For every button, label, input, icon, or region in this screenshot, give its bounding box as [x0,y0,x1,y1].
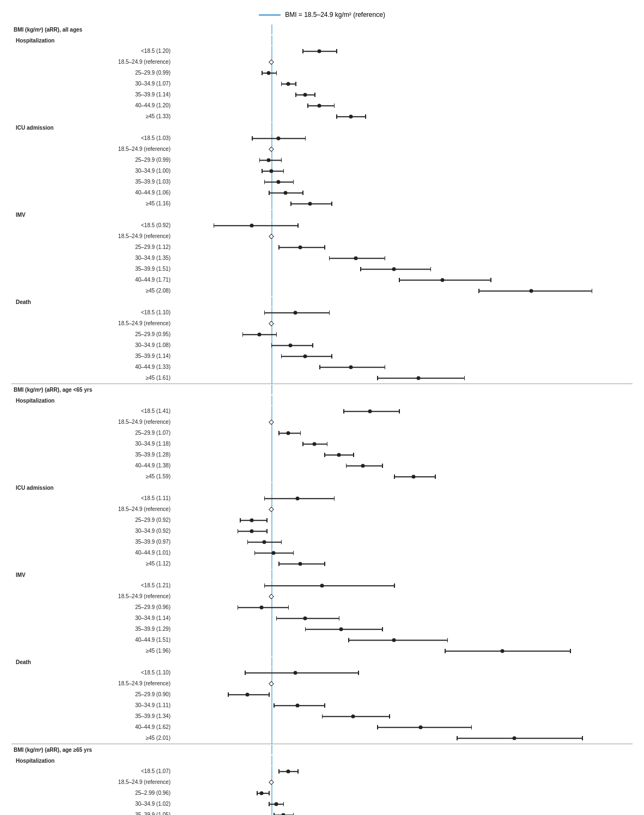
ci-tick-left [271,343,272,348]
point-estimate [274,802,278,806]
data-row: 25–29.9 (0.99) [11,68,633,78]
point-estimate [289,344,293,348]
row-plot [175,646,633,656]
data-row: 18.5–24.9 (reference) [11,144,633,155]
subsection-header-label: IMV [11,211,175,219]
ci-line [478,290,592,291]
ci-tick-right [334,496,335,501]
point-estimate [250,519,254,522]
row-label: 40–44.9 (1.62) [11,724,175,731]
ci-tick-left [399,278,400,282]
ci-tick-left [445,649,446,653]
section-header-row: BMI (kg/m²) (aRR), age <65 yrs [11,384,633,395]
ci-line [245,672,358,673]
legend: BMI = 18.5–24.9 kg/m² (reference) [11,11,633,19]
data-row: <18.5 (0.92) [11,220,633,231]
reference-marker [269,507,274,512]
point-estimate [303,355,307,358]
row-label: 35–39.9 (1.28) [11,452,175,458]
subsection-header-label: Death [11,298,175,306]
ci-line [377,727,471,728]
row-label: 30–34.9 (1.35) [11,255,175,261]
ci-tick-left [264,180,265,184]
section-header-plot [175,385,633,394]
point-estimate [281,813,285,816]
ci-tick-left [238,529,239,533]
ci-tick-right [269,791,270,795]
row-plot [175,689,633,700]
data-row: 18.5–24.9 (reference) [11,318,633,329]
row-label: 18.5–24.9 (reference) [11,146,175,153]
ci-tick-right [582,736,583,740]
subsection-header-label: Hospitalization [11,37,175,45]
ci-tick-left [276,616,277,621]
reference-marker [269,681,274,686]
row-plot [175,57,633,68]
subsection-header-label: Hospitalization [11,397,175,405]
ci-tick-right [295,82,296,86]
row-label: 30–34.9 (1.14) [11,615,175,622]
point-estimate [349,366,353,369]
point-estimate [260,606,264,610]
ci-line [276,618,339,619]
ci-tick-left [305,627,306,631]
data-row: 18.5–24.9 (reference) [11,777,633,788]
ci-tick-left [278,769,280,774]
subsection-header-plot [175,297,633,307]
ci-tick-left [245,671,246,675]
subsection-header-row-2: IMV [11,209,633,220]
subsection-header-plot [175,123,633,132]
ci-tick-right [331,354,332,358]
row-label: 40–44.9 (1.06) [11,190,175,196]
row-plot [175,362,633,373]
point-estimate [361,464,364,468]
row-label: ≥45 (1.12) [11,561,175,567]
row-plot [175,711,633,722]
data-row: <18.5 (1.11) [11,493,633,504]
row-plot [175,155,633,166]
data-row: ≥45 (1.59) [11,471,633,482]
data-row: ≥45 (1.12) [11,558,633,569]
subsection-header-row-1: ICU admission [11,482,633,493]
subsection-header-plot [175,210,633,220]
ci-tick-left [307,104,308,108]
data-row: 40–44.9 (1.51) [11,635,633,646]
row-label: 25–29.9 (1.12) [11,244,175,251]
data-row: 18.5–24.9 (reference) [11,591,633,602]
row-plot [175,340,633,351]
row-label: 35–39.9 (1.51) [11,266,175,272]
row-label: ≥45 (1.61) [11,375,175,381]
row-label: 30–34.9 (1.00) [11,168,175,174]
ci-tick-left [214,223,215,228]
point-estimate [392,638,396,642]
row-label: 35–39.9 (1.14) [11,92,175,98]
row-label: 25–29.9 (0.92) [11,517,175,524]
data-row: <18.5 (1.20) [11,46,633,57]
ci-tick-left [302,49,303,53]
row-label: 40–44.9 (1.33) [11,364,175,370]
ci-line [305,629,382,630]
ci-tick-left [281,354,282,358]
data-row: 25–29.9 (0.90) [11,689,633,700]
ci-tick-left [262,71,263,75]
row-label: 18.5–24.9 (reference) [11,779,175,786]
row-label: 30–34.9 (1.08) [11,342,175,349]
row-plot [175,537,633,548]
reference-marker [269,321,274,326]
data-row: 25–29.9 (1.12) [11,242,633,253]
row-plot [175,700,633,711]
ci-tick-left [259,158,260,162]
row-plot [175,46,633,57]
section-header-label: BMI (kg/m²) (aRR), age <65 yrs [11,385,175,394]
legend-label: BMI = 18.5–24.9 kg/m² (reference) [285,11,385,19]
ci-tick-right [283,802,284,806]
row-label: 18.5–24.9 (reference) [11,320,175,327]
ci-tick-right [283,169,284,173]
ci-tick-left [322,714,323,719]
row-plot [175,635,633,646]
point-estimate [298,562,302,566]
row-label: ≥45 (1.96) [11,648,175,654]
ci-tick-right [331,202,332,206]
subsection-header-row-0: Hospitalization [11,755,633,766]
row-plot [175,89,633,100]
